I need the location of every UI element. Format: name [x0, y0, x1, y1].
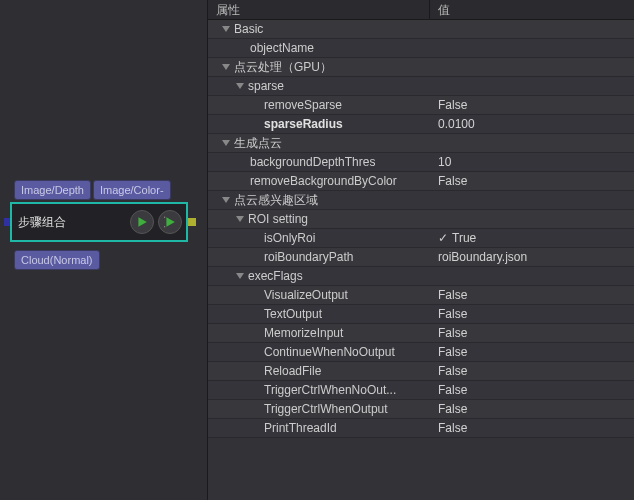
header-value[interactable]: 值: [430, 0, 634, 19]
value-ContinueWhenNoOutput[interactable]: False: [430, 345, 634, 359]
play-loop-button[interactable]: [158, 210, 182, 234]
group-gpu[interactable]: 点云处理（GPU）: [208, 58, 634, 77]
group-basic[interactable]: Basic: [208, 20, 634, 39]
prop-removeBackgroundByColor[interactable]: removeBackgroundByColor False: [208, 172, 634, 191]
output-port-cloud[interactable]: Cloud(Normal): [14, 250, 100, 270]
expand-icon: [222, 26, 230, 32]
value-removeSparse[interactable]: False: [430, 98, 634, 112]
prop-TriggerCtrlWhenOutput[interactable]: TriggerCtrlWhenOutput False: [208, 400, 634, 419]
check-icon: ✓: [438, 231, 448, 245]
connector-out[interactable]: [188, 218, 196, 226]
svg-marker-0: [138, 217, 146, 227]
value-backgroundDepthThres[interactable]: 10: [430, 155, 634, 169]
play-button[interactable]: [130, 210, 154, 234]
value-isOnlyRoi[interactable]: ✓True: [430, 231, 634, 245]
prop-backgroundDepthThres[interactable]: backgroundDepthThres 10: [208, 153, 634, 172]
prop-PrintThreadId[interactable]: PrintThreadId False: [208, 419, 634, 438]
node-canvas[interactable]: Image/Depth Image/Color- 步骤组合 Cloud(Norm…: [0, 0, 207, 500]
prop-TriggerCtrlWhenNoOut[interactable]: TriggerCtrlWhenNoOut... False: [208, 381, 634, 400]
value-removeBackgroundByColor[interactable]: False: [430, 174, 634, 188]
node-input-ports: Image/Depth Image/Color-: [14, 180, 171, 200]
expand-icon: [222, 140, 230, 146]
prop-removeSparse[interactable]: removeSparse False: [208, 96, 634, 115]
panel-header: 属性 值: [208, 0, 634, 20]
value-sparseRadius[interactable]: 0.0100: [430, 117, 634, 131]
group-sparse[interactable]: sparse: [208, 77, 634, 96]
value-MemorizeInput[interactable]: False: [430, 326, 634, 340]
value-TriggerCtrlWhenNoOut[interactable]: False: [430, 383, 634, 397]
svg-marker-1: [166, 217, 174, 227]
input-port-color[interactable]: Image/Color-: [93, 180, 171, 200]
expand-icon: [222, 64, 230, 70]
value-PrintThreadId[interactable]: False: [430, 421, 634, 435]
prop-sparseRadius[interactable]: sparseRadius 0.0100: [208, 115, 634, 134]
property-tree: Basic objectName 点云处理（GPU） sparse remove…: [208, 20, 634, 438]
expand-icon: [236, 273, 244, 279]
prop-MemorizeInput[interactable]: MemorizeInput False: [208, 324, 634, 343]
value-ReloadFile[interactable]: False: [430, 364, 634, 378]
prop-objectName[interactable]: objectName: [208, 39, 634, 58]
input-port-depth[interactable]: Image/Depth: [14, 180, 91, 200]
prop-VisualizeOutput[interactable]: VisualizeOutput False: [208, 286, 634, 305]
group-roi[interactable]: 点云感兴趣区域: [208, 191, 634, 210]
value-roiBoundaryPath[interactable]: roiBoundary.json: [430, 250, 634, 264]
group-generate[interactable]: 生成点云: [208, 134, 634, 153]
value-VisualizeOutput[interactable]: False: [430, 288, 634, 302]
prop-TextOutput[interactable]: TextOutput False: [208, 305, 634, 324]
value-TriggerCtrlWhenOutput[interactable]: False: [430, 402, 634, 416]
value-TextOutput[interactable]: False: [430, 307, 634, 321]
prop-ContinueWhenNoOutput[interactable]: ContinueWhenNoOutput False: [208, 343, 634, 362]
expand-icon: [236, 216, 244, 222]
header-property[interactable]: 属性: [208, 0, 430, 19]
expand-icon: [222, 197, 230, 203]
node-title: 步骤组合: [12, 214, 130, 231]
prop-ReloadFile[interactable]: ReloadFile False: [208, 362, 634, 381]
expand-icon: [236, 83, 244, 89]
group-roi-setting[interactable]: ROI setting: [208, 210, 634, 229]
prop-isOnlyRoi[interactable]: isOnlyRoi ✓True: [208, 229, 634, 248]
property-panel: 属性 值 Basic objectName 点云处理（GPU） sparse r…: [207, 0, 634, 500]
node-step-combination[interactable]: 步骤组合: [10, 202, 188, 242]
prop-roiBoundaryPath[interactable]: roiBoundaryPath roiBoundary.json: [208, 248, 634, 267]
group-execFlags[interactable]: execFlags: [208, 267, 634, 286]
